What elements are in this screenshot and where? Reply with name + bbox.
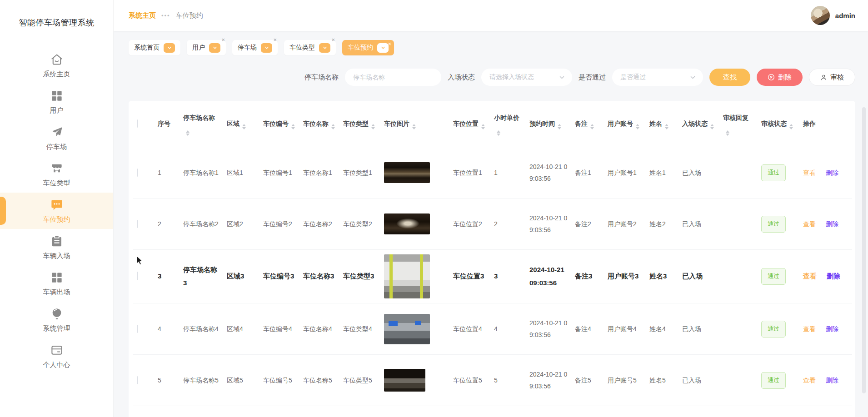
select-all-checkbox[interactable] bbox=[137, 119, 138, 128]
park-name-input[interactable] bbox=[345, 69, 441, 86]
spot-photo[interactable] bbox=[384, 314, 430, 344]
active-indicator bbox=[0, 197, 6, 225]
search-button[interactable]: 查找 bbox=[709, 69, 750, 86]
row-checkbox[interactable] bbox=[137, 376, 138, 384]
tab-系统首页[interactable]: 系统首页 bbox=[129, 40, 180, 55]
column-header[interactable]: 预约时间 bbox=[526, 101, 571, 147]
column-header[interactable]: 入场状态 bbox=[678, 101, 719, 147]
sidebar-item-profile[interactable]: 个人中心 bbox=[0, 338, 113, 374]
delete-link[interactable]: 删除 bbox=[826, 220, 838, 228]
row-checkbox[interactable] bbox=[137, 272, 138, 280]
view-link[interactable]: 查看 bbox=[803, 272, 817, 280]
sort-arrows-icon[interactable] bbox=[558, 124, 561, 129]
home-icon bbox=[50, 52, 64, 67]
spot-photo[interactable] bbox=[384, 254, 430, 298]
tab-close-icon[interactable]: × bbox=[273, 37, 277, 43]
sort-arrows-icon[interactable] bbox=[291, 124, 295, 129]
sort-arrows-icon[interactable] bbox=[371, 124, 375, 129]
delete-link[interactable]: 删除 bbox=[827, 272, 840, 280]
table-row: 6停车场名称6区域6车位编号6车位名称6车位类型6车位位置662024-10-2… bbox=[133, 406, 852, 417]
sort-arrows-icon[interactable] bbox=[331, 124, 335, 129]
sort-arrows-icon[interactable] bbox=[497, 130, 500, 136]
row-checkbox[interactable] bbox=[137, 169, 138, 177]
cell-entry_status: 已入场 bbox=[678, 250, 719, 303]
sidebar-item-users[interactable]: 用户 bbox=[0, 84, 113, 120]
row-checkbox[interactable] bbox=[137, 325, 138, 333]
cell-remark: 备注4 bbox=[571, 303, 604, 355]
cell-spot_type: 车位类型1 bbox=[339, 147, 380, 199]
sort-arrows-icon[interactable] bbox=[726, 130, 729, 136]
column-header[interactable]: 车位位置 bbox=[449, 101, 490, 147]
view-link[interactable]: 查看 bbox=[803, 220, 816, 228]
sidebar-item-spot-reservation[interactable]: 车位预约 bbox=[0, 193, 113, 229]
row-checkbox[interactable] bbox=[137, 220, 138, 228]
sidebar-item-label: 车辆入场 bbox=[43, 252, 70, 260]
cell-time: 2024-10-21 09:03:56 bbox=[526, 355, 571, 406]
user-box[interactable]: admin bbox=[811, 6, 855, 25]
tab-close-icon[interactable]: × bbox=[331, 37, 335, 43]
cell-area: 区域1 bbox=[223, 147, 259, 199]
park-name-label: 停车场名称 bbox=[304, 73, 339, 82]
sort-arrows-icon[interactable] bbox=[665, 124, 668, 129]
cell-spot_type: 车位类型2 bbox=[339, 199, 380, 250]
sort-arrows-icon[interactable] bbox=[186, 130, 190, 136]
vertical-scrollbar[interactable] bbox=[862, 107, 866, 393]
cell-reply bbox=[719, 147, 758, 199]
column-header[interactable]: 车位编号 bbox=[259, 101, 299, 147]
tab-停车场[interactable]: 停车场× bbox=[232, 40, 278, 55]
sidebar-item-vehicle-entry[interactable]: 车辆入场 bbox=[0, 229, 113, 265]
sidebar-item-home[interactable]: 系统主页 bbox=[0, 47, 113, 84]
column-header[interactable]: 姓名 bbox=[646, 101, 678, 147]
sort-arrows-icon[interactable] bbox=[636, 124, 639, 129]
column-header[interactable]: 用户账号 bbox=[604, 101, 646, 147]
card-icon bbox=[50, 343, 64, 357]
column-header[interactable]: 车位类型 bbox=[339, 101, 380, 147]
entry-status-select[interactable]: 请选择入场状态 bbox=[481, 69, 572, 86]
delete-link[interactable]: 删除 bbox=[826, 377, 838, 384]
column-label: 姓名 bbox=[649, 120, 662, 127]
avatar[interactable] bbox=[811, 6, 830, 25]
column-header[interactable]: 小时单价 bbox=[490, 101, 526, 147]
delete-link[interactable]: 删除 bbox=[826, 325, 838, 333]
column-header[interactable]: 停车场名称 bbox=[180, 101, 223, 147]
column-header[interactable]: 区域 bbox=[223, 101, 259, 147]
view-link[interactable]: 查看 bbox=[803, 169, 816, 176]
audit-button[interactable]: 审核 bbox=[809, 69, 855, 86]
view-link[interactable]: 查看 bbox=[803, 377, 816, 384]
sort-arrows-icon[interactable] bbox=[789, 124, 793, 129]
sort-arrows-icon[interactable] bbox=[412, 124, 416, 129]
column-header[interactable]: 车位图片 bbox=[380, 101, 449, 147]
column-header[interactable]: 审核回复 bbox=[719, 101, 758, 147]
breadcrumb-home[interactable]: 系统主页 bbox=[129, 11, 156, 20]
sort-arrows-icon[interactable] bbox=[481, 124, 485, 129]
cell-spot_no: 车位编号4 bbox=[259, 303, 299, 355]
sort-arrows-icon[interactable] bbox=[710, 124, 714, 129]
tab-用户[interactable]: 用户× bbox=[187, 40, 226, 55]
tab-车位预约[interactable]: 车位预约× bbox=[342, 40, 394, 55]
cell-name: 姓名2 bbox=[646, 199, 678, 250]
sort-arrows-icon[interactable] bbox=[590, 124, 594, 129]
tab-close-icon[interactable]: × bbox=[388, 41, 391, 47]
view-link[interactable]: 查看 bbox=[803, 325, 816, 333]
delete-link[interactable]: 删除 bbox=[826, 169, 838, 176]
cell-name: 姓名3 bbox=[646, 250, 678, 303]
sidebar-item-parking-lot[interactable]: 停车场 bbox=[0, 120, 113, 156]
sidebar-item-system-management[interactable]: 系统管理 bbox=[0, 302, 113, 338]
spot-photo[interactable] bbox=[384, 369, 425, 392]
spot-photo[interactable] bbox=[384, 213, 430, 234]
tab-close-icon[interactable]: × bbox=[221, 37, 225, 43]
pass-status-select[interactable]: 是否通过 bbox=[612, 69, 703, 86]
sidebar-item-vehicle-exit[interactable]: 车辆出场 bbox=[0, 265, 113, 302]
spot-photo[interactable] bbox=[384, 162, 430, 183]
cell-area: 区域4 bbox=[223, 303, 259, 355]
cell-index: 1 bbox=[154, 147, 180, 199]
sort-arrows-icon[interactable] bbox=[242, 124, 246, 129]
tab-车位类型[interactable]: 车位类型× bbox=[284, 40, 336, 55]
sidebar-item-spot-type[interactable]: 车位类型 bbox=[0, 156, 113, 193]
column-header[interactable]: 车位名称 bbox=[299, 101, 339, 147]
sidebar-item-label: 系统管理 bbox=[43, 324, 70, 333]
delete-button[interactable]: 删除 bbox=[757, 69, 803, 86]
table-row: 5停车场名称5区域5车位编号5车位名称5车位类型5车位位置552024-10-2… bbox=[133, 355, 852, 406]
column-header[interactable]: 审核状态 bbox=[758, 101, 799, 147]
column-header[interactable]: 备注 bbox=[571, 101, 604, 147]
